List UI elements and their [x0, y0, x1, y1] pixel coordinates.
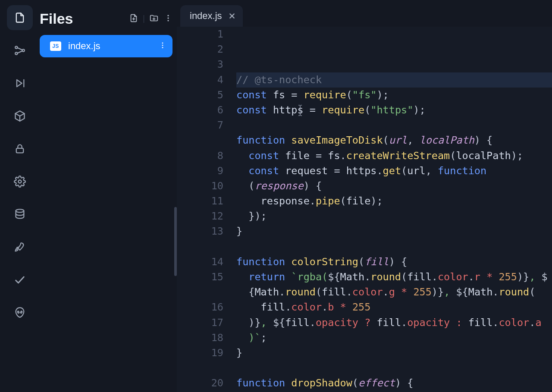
file-panel: Files — [40, 0, 177, 392]
svg-point-18 — [162, 45, 163, 46]
svg-point-9 — [20, 311, 22, 313]
line-number: 5 — [177, 88, 223, 103]
action-divider — [144, 15, 144, 23]
line-number: 14 — [177, 254, 223, 270]
svg-point-17 — [162, 42, 163, 44]
line-number — [177, 133, 223, 148]
editor-tab[interactable]: index.js — [180, 5, 243, 27]
line-number: 18 — [177, 330, 223, 345]
line-number: 7 — [177, 118, 223, 133]
editor-area: index.js 1234567891011121314151617181920… — [177, 0, 552, 392]
check-icon[interactable] — [7, 267, 33, 292]
new-file-button[interactable] — [129, 13, 138, 25]
code-line[interactable]: } — [236, 224, 552, 239]
activity-bar — [0, 0, 40, 392]
code-line[interactable] — [236, 361, 552, 376]
line-number-gutter: 1234567891011121314151617181920 — [177, 27, 236, 392]
code-line[interactable]: const fs = require("fs"); — [236, 88, 552, 103]
code-line[interactable]: const file = fs.createWriteStream(localP… — [236, 148, 552, 163]
code-line[interactable] — [236, 118, 552, 133]
code-line[interactable]: )}, ${fill.opacity ? fill.opacity : fill… — [236, 315, 552, 330]
code-line[interactable]: response.pipe(file); — [236, 194, 552, 209]
code-content[interactable]: // @ts-nocheckconst fs = require("fs");c… — [236, 27, 552, 392]
code-editor[interactable]: 1234567891011121314151617181920 // @ts-n… — [177, 27, 552, 392]
line-number: 13 — [177, 224, 223, 239]
line-number: 10 — [177, 179, 223, 194]
tab-bar: index.js — [177, 0, 552, 27]
lock-icon[interactable] — [7, 136, 33, 161]
rocket-icon[interactable] — [7, 235, 33, 260]
alien-icon[interactable] — [7, 300, 33, 325]
tab-close-button[interactable] — [229, 10, 235, 22]
line-number — [177, 239, 223, 254]
line-number — [177, 361, 223, 376]
settings-icon[interactable] — [7, 169, 33, 194]
js-file-icon: JS — [50, 41, 61, 51]
line-number — [177, 285, 223, 300]
line-number: 9 — [177, 163, 223, 179]
code-line[interactable]: const https = require("https"); — [236, 103, 552, 118]
new-folder-button[interactable] — [149, 13, 159, 25]
code-line[interactable]: } — [236, 345, 552, 361]
code-line[interactable]: fill.color.b * 255 — [236, 300, 552, 315]
panel-more-button[interactable] — [164, 14, 172, 24]
code-line[interactable]: }); — [236, 209, 552, 224]
svg-point-7 — [16, 209, 24, 212]
line-number: 20 — [177, 376, 223, 391]
line-number: 1 — [177, 27, 223, 42]
run-icon[interactable] — [7, 71, 33, 96]
code-line[interactable]: function dropShadow(effect) { — [236, 376, 552, 391]
package-icon[interactable] — [7, 103, 33, 129]
code-line[interactable]: function colorString(fill) { — [236, 254, 552, 270]
svg-point-14 — [167, 15, 169, 16]
svg-point-8 — [17, 311, 19, 313]
file-panel-actions — [129, 13, 172, 25]
file-panel-title: Files — [40, 10, 129, 27]
code-line[interactable]: const request = https.get(url, function — [236, 163, 552, 179]
svg-point-19 — [162, 47, 163, 48]
line-number: 6 — [177, 103, 223, 118]
code-line[interactable]: function saveImageToDisk(url, localPath)… — [236, 133, 552, 148]
line-number: 15 — [177, 270, 223, 285]
line-number: 3 — [177, 57, 223, 72]
line-number: 16 — [177, 300, 223, 315]
file-name-label: index.js — [68, 41, 152, 52]
code-line[interactable]: return `rgba(${Math.round(fill.color.r *… — [236, 270, 552, 285]
graph-icon[interactable] — [7, 38, 33, 63]
code-line[interactable]: (response) { — [236, 179, 552, 194]
files-icon[interactable] — [7, 5, 33, 30]
code-line[interactable]: )`; — [236, 330, 552, 345]
line-number: 11 — [177, 194, 223, 209]
file-tree-item[interactable]: JSindex.js — [40, 35, 172, 57]
line-number: 19 — [177, 345, 223, 361]
line-number: 2 — [177, 42, 223, 57]
code-line[interactable]: // @ts-nocheck — [236, 72, 552, 88]
svg-point-15 — [167, 17, 169, 19]
file-item-more-button[interactable] — [159, 41, 166, 52]
svg-point-16 — [167, 20, 169, 21]
tab-label: index.js — [190, 10, 222, 22]
file-tree: JSindex.js — [40, 35, 172, 57]
app-root: Files — [0, 0, 552, 392]
svg-rect-5 — [16, 148, 23, 153]
line-number: 8 — [177, 148, 223, 163]
line-number: 17 — [177, 315, 223, 330]
svg-marker-3 — [17, 80, 22, 87]
svg-point-6 — [19, 180, 22, 183]
code-line[interactable]: {Math.round(fill.color.g * 255)}, ${Math… — [236, 285, 552, 300]
database-icon[interactable] — [7, 202, 33, 227]
code-line[interactable] — [236, 239, 552, 254]
file-panel-header: Files — [40, 7, 172, 35]
line-number: 4 — [177, 72, 223, 88]
line-number: 12 — [177, 209, 223, 224]
